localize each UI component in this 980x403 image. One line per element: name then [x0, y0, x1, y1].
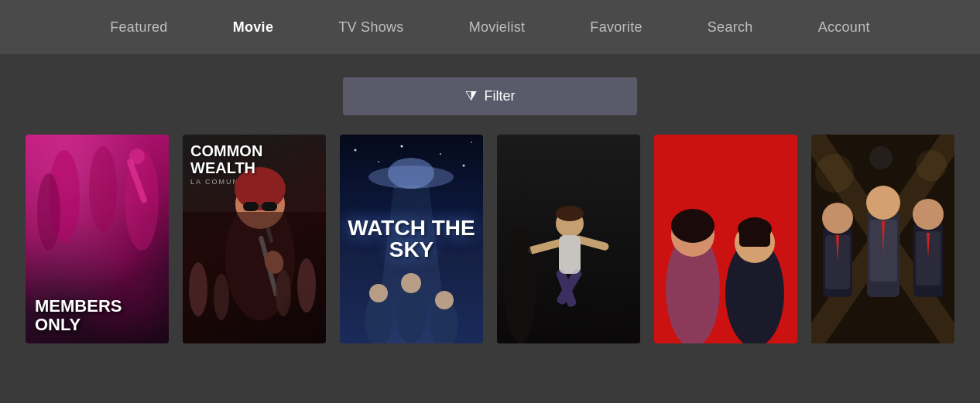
- svg-rect-45: [559, 235, 581, 274]
- nav-item-movielist[interactable]: Movielist: [460, 13, 535, 42]
- movie-card-watch-the-sky[interactable]: WATCH THE SKY: [340, 135, 483, 343]
- svg-point-64: [866, 186, 900, 220]
- svg-point-44: [509, 227, 532, 251]
- movie-card-members-only[interactable]: MEMBERS ONLY: [26, 135, 169, 343]
- funnel-icon: ⧩: [465, 88, 477, 104]
- svg-point-19: [276, 270, 291, 316]
- svg-point-67: [913, 199, 944, 230]
- movie-title-common-wealth: COMMON WEALTH: [190, 142, 318, 176]
- nav-item-tv-shows[interactable]: TV Shows: [329, 13, 413, 42]
- svg-point-43: [505, 235, 536, 343]
- filter-button[interactable]: ⧩ Filter: [343, 77, 637, 115]
- svg-point-5: [129, 149, 145, 164]
- svg-point-53: [738, 217, 772, 241]
- svg-point-33: [401, 273, 421, 293]
- nav-item-movie[interactable]: Movie: [224, 13, 283, 42]
- svg-point-1: [89, 146, 117, 231]
- nav-item-featured[interactable]: Featured: [101, 13, 176, 42]
- nav-item-account[interactable]: Account: [809, 13, 879, 42]
- svg-point-57: [869, 146, 893, 169]
- movie-card-common-wealth[interactable]: COMMON WEALTH LA COMUNIDAD: [183, 135, 326, 343]
- svg-point-17: [297, 258, 316, 312]
- svg-point-49: [671, 209, 714, 243]
- svg-point-16: [189, 262, 207, 316]
- movie-title-watch-the-sky: WATCH THE SKY: [340, 217, 483, 261]
- svg-point-21: [378, 161, 379, 162]
- svg-point-34: [435, 291, 454, 309]
- svg-point-24: [463, 165, 465, 167]
- svg-point-25: [471, 142, 472, 143]
- svg-rect-10: [262, 202, 277, 211]
- navbar: Featured Movie TV Shows Movielist Favori…: [0, 0, 980, 54]
- filter-section: ⧩ Filter: [0, 54, 980, 135]
- svg-point-23: [440, 153, 441, 155]
- movie-card-love-off-the-cuff[interactable]: 春嬌救志明 Love off the cuff: [654, 135, 797, 343]
- movie-card-death-warrant[interactable]: DEATH WARRANT: [497, 135, 640, 343]
- movies-grid: MEMBERS ONLY: [0, 135, 980, 367]
- svg-point-32: [369, 284, 388, 302]
- svg-point-38: [556, 206, 584, 221]
- svg-rect-9: [243, 202, 259, 211]
- svg-point-61: [822, 203, 853, 234]
- movie-card-pocketman[interactable]: POCKETMAN AND CARGOBOY: [811, 135, 954, 343]
- movie-title-members-only: MEMBERS ONLY: [35, 297, 159, 334]
- svg-point-20: [355, 149, 357, 152]
- nav-item-favorite[interactable]: Favorite: [581, 13, 651, 42]
- nav-item-search[interactable]: Search: [698, 13, 762, 42]
- svg-point-22: [401, 145, 403, 148]
- svg-point-3: [37, 173, 60, 251]
- filter-label: Filter: [485, 88, 516, 104]
- svg-point-18: [214, 274, 229, 320]
- svg-point-27: [388, 158, 434, 189]
